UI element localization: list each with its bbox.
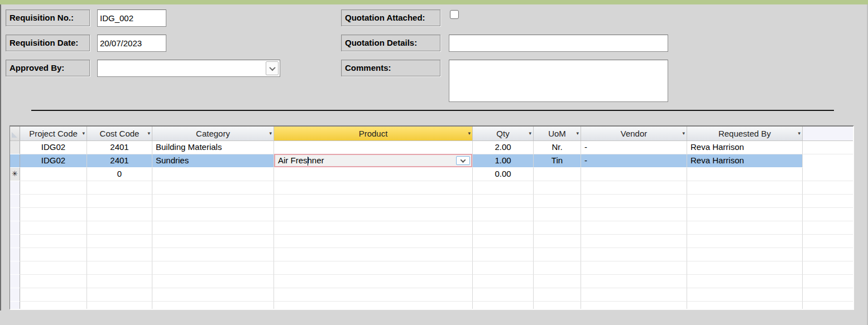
- cell-empty[interactable]: [20, 221, 87, 235]
- cell-empty[interactable]: [534, 235, 581, 248]
- cell-project-code[interactable]: IDG02: [20, 141, 87, 154]
- cell-empty[interactable]: [534, 195, 581, 208]
- approved-by-dropdown-button[interactable]: [266, 61, 279, 75]
- cell-empty[interactable]: [87, 181, 152, 195]
- column-header-vendor[interactable]: Vendor▾: [581, 127, 687, 140]
- cell-uom[interactable]: Tin: [534, 154, 581, 168]
- cell-empty[interactable]: [274, 195, 473, 208]
- cell-empty[interactable]: [274, 248, 473, 261]
- cell-empty[interactable]: [87, 195, 152, 208]
- cell-empty[interactable]: [87, 235, 152, 248]
- filter-dropdown-icon[interactable]: ▾: [82, 127, 85, 140]
- cell-uom[interactable]: Nr.: [534, 141, 581, 154]
- cell-empty[interactable]: [152, 302, 274, 310]
- cell-empty[interactable]: [687, 288, 803, 302]
- cell-category[interactable]: [152, 168, 274, 181]
- column-header-category[interactable]: Category▾: [152, 127, 274, 140]
- filter-dropdown-icon[interactable]: ▾: [468, 127, 471, 140]
- cell-product[interactable]: [274, 141, 473, 154]
- filter-dropdown-icon[interactable]: ▾: [147, 127, 150, 140]
- filter-dropdown-icon[interactable]: ▾: [576, 127, 579, 140]
- cell-empty[interactable]: [473, 221, 534, 235]
- cell-empty[interactable]: [152, 248, 274, 261]
- cell-empty[interactable]: [687, 275, 803, 288]
- cell-empty[interactable]: [687, 261, 803, 275]
- cell-empty[interactable]: [274, 221, 473, 235]
- cell-empty[interactable]: [534, 302, 581, 310]
- cell-project-code[interactable]: [20, 168, 87, 181]
- cell-empty[interactable]: [473, 288, 534, 302]
- cell-empty[interactable]: [581, 208, 687, 221]
- cell-empty[interactable]: [20, 248, 87, 261]
- filter-dropdown-icon[interactable]: ▾: [269, 127, 272, 140]
- cell-vendor[interactable]: -: [581, 154, 687, 168]
- cell-empty[interactable]: [274, 208, 473, 221]
- column-header-requested-by[interactable]: Requested By▾: [687, 127, 803, 140]
- column-header-project-code[interactable]: Project Code▾: [20, 127, 87, 140]
- cell-empty[interactable]: [87, 275, 152, 288]
- cell-empty[interactable]: [687, 235, 803, 248]
- cell-uom[interactable]: [534, 168, 581, 181]
- cell-empty[interactable]: [20, 275, 87, 288]
- cell-empty[interactable]: [534, 208, 581, 221]
- cell-empty[interactable]: [87, 248, 152, 261]
- cell-empty[interactable]: [534, 261, 581, 275]
- cell-empty[interactable]: [581, 248, 687, 261]
- cell-empty[interactable]: [20, 302, 87, 310]
- cell-empty[interactable]: [581, 302, 687, 310]
- comments-textarea[interactable]: [449, 60, 668, 102]
- row-selector-current[interactable]: [10, 154, 20, 168]
- cell-empty[interactable]: [20, 195, 87, 208]
- requisition-date-input[interactable]: [97, 35, 166, 52]
- cell-empty[interactable]: [534, 275, 581, 288]
- column-header-qty[interactable]: Qty▾: [473, 127, 534, 140]
- cell-empty[interactable]: [152, 261, 274, 275]
- column-header-uom[interactable]: UoM▾: [534, 127, 581, 140]
- cell-empty[interactable]: [152, 288, 274, 302]
- cell-empty[interactable]: [87, 288, 152, 302]
- row-selector[interactable]: [10, 141, 20, 154]
- cell-empty[interactable]: [473, 261, 534, 275]
- cell-empty[interactable]: [534, 248, 581, 261]
- cell-empty[interactable]: [473, 208, 534, 221]
- cell-empty[interactable]: [473, 235, 534, 248]
- new-record-selector[interactable]: ✳: [10, 168, 20, 181]
- cell-empty[interactable]: [473, 181, 534, 195]
- cell-empty[interactable]: [581, 235, 687, 248]
- cell-empty[interactable]: [87, 208, 152, 221]
- cell-product-editing[interactable]: Air Freshner: [274, 154, 473, 168]
- cell-empty[interactable]: [473, 275, 534, 288]
- cell-empty[interactable]: [20, 181, 87, 195]
- cell-empty[interactable]: [687, 248, 803, 261]
- cell-empty[interactable]: [581, 288, 687, 302]
- cell-project-code[interactable]: IDG02: [20, 154, 87, 168]
- cell-empty[interactable]: [687, 195, 803, 208]
- cell-empty[interactable]: [20, 208, 87, 221]
- cell-empty[interactable]: [581, 181, 687, 195]
- cell-empty[interactable]: [473, 302, 534, 310]
- cell-empty[interactable]: [152, 195, 274, 208]
- cell-vendor[interactable]: -: [581, 141, 687, 154]
- cell-empty[interactable]: [687, 221, 803, 235]
- filter-dropdown-icon[interactable]: ▾: [529, 127, 531, 140]
- cell-cost-code[interactable]: 0: [87, 168, 152, 181]
- column-header-product[interactable]: Product▾: [274, 127, 473, 140]
- cell-empty[interactable]: [274, 261, 473, 275]
- cell-empty[interactable]: [687, 302, 803, 310]
- product-edit-combobox[interactable]: Air Freshner: [274, 154, 472, 167]
- cell-empty[interactable]: [473, 195, 534, 208]
- cell-empty[interactable]: [152, 208, 274, 221]
- cell-empty[interactable]: [87, 261, 152, 275]
- cell-empty[interactable]: [534, 288, 581, 302]
- filter-dropdown-icon[interactable]: ▾: [682, 127, 685, 140]
- cell-empty[interactable]: [581, 261, 687, 275]
- cell-empty[interactable]: [20, 288, 87, 302]
- cell-empty[interactable]: [152, 235, 274, 248]
- cell-empty[interactable]: [581, 275, 687, 288]
- cell-requested-by[interactable]: Reva Harrison: [687, 154, 803, 168]
- cell-empty[interactable]: [274, 235, 473, 248]
- cell-empty[interactable]: [152, 275, 274, 288]
- approved-by-combobox[interactable]: [97, 60, 280, 77]
- cell-empty[interactable]: [581, 195, 687, 208]
- cell-requested-by[interactable]: Reva Harrison: [687, 141, 803, 154]
